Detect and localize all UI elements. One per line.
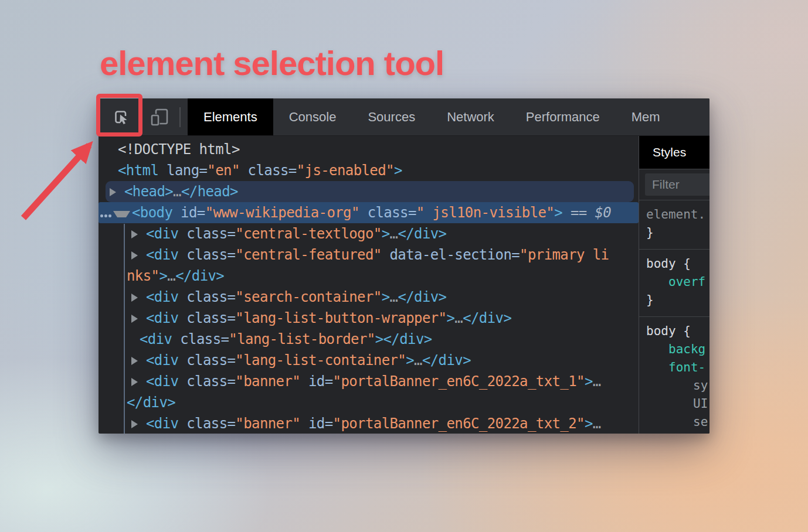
code-token: > [394, 162, 402, 179]
dom-tree-row[interactable]: <div class="banner" id="portalBanner_en6… [99, 371, 639, 392]
tab-sources[interactable]: Sources [352, 98, 431, 135]
expand-arrow-icon[interactable] [131, 420, 144, 428]
devtools-content: <!DOCTYPE html><html lang="en" class="js… [99, 136, 709, 434]
dom-tree-row[interactable]: </div> [99, 392, 639, 413]
style-rule: element.} [639, 200, 709, 250]
expand-arrow-icon[interactable] [131, 315, 144, 323]
code-token: > [406, 352, 414, 369]
code-token: </head> [181, 183, 238, 200]
code-token: "lang-list-border" [229, 331, 375, 347]
styles-tab-bar: Styles [639, 136, 709, 169]
code-token: class= [178, 373, 235, 390]
code-token: <html [118, 162, 158, 179]
dom-tree-row[interactable]: <div class="lang-list-container">…</div> [99, 350, 639, 371]
code-token: > [382, 226, 390, 242]
dom-tree-row[interactable]: <html lang="en" class="js-enabled"> [99, 160, 639, 181]
code-token: … [414, 352, 422, 369]
styles-filter-input[interactable] [645, 173, 709, 196]
code-token: class= [240, 162, 297, 179]
dom-tree-row[interactable]: <div class="banner" id="portalBanner_en6… [99, 413, 639, 434]
code-token: class= [359, 204, 416, 221]
code-token: "js-enabled" [297, 162, 394, 179]
code-token: </div> [398, 226, 446, 242]
code-token: <!DOCTYPE html> [118, 141, 240, 158]
code-token: lang= [158, 162, 207, 179]
code-token: <div [146, 247, 178, 263]
toggle-device-toolbar-button[interactable] [143, 98, 176, 135]
code-token: <div [146, 352, 178, 369]
dom-tree-row[interactable]: <div class="lang-list-border"></div> [99, 329, 639, 350]
code-token: == $0 [562, 204, 611, 221]
code-token: > [446, 310, 454, 326]
expand-arrow-icon[interactable] [131, 230, 144, 238]
code-token: ></div> [375, 331, 432, 347]
dom-tree-row[interactable]: <!DOCTYPE html> [99, 139, 639, 160]
css-value[interactable]: sy [646, 377, 709, 395]
code-token: id= [172, 204, 205, 221]
code-token: </div> [127, 394, 175, 411]
style-rule: body {backgfont-syUIsefont- [639, 317, 709, 434]
css-value[interactable]: se [646, 413, 709, 431]
tab-console[interactable]: Console [273, 98, 352, 135]
tab-network[interactable]: Network [431, 98, 510, 135]
expand-arrow-icon[interactable] [131, 378, 144, 386]
expand-arrow-icon[interactable] [131, 357, 144, 365]
code-token: "lang-list-button-wrapper" [235, 310, 446, 326]
code-token: "search-container" [235, 289, 381, 305]
code-token: <div [146, 415, 178, 432]
code-token: class= [178, 289, 235, 305]
expand-arrow-icon[interactable] [131, 251, 144, 260]
annotation-title: element selection tool [100, 43, 444, 83]
collapse-arrow-icon[interactable] [113, 211, 130, 217]
code-token: <div [146, 310, 178, 326]
code-token: <div [146, 373, 178, 390]
code-token: > [159, 268, 167, 284]
dom-tree-row[interactable]: nks">…</div> [99, 265, 639, 287]
css-property[interactable]: overf [646, 273, 709, 291]
code-token: "banner" [235, 373, 300, 390]
tab-styles[interactable]: Styles [639, 145, 686, 159]
css-property[interactable]: font- [646, 431, 709, 434]
dom-tree-row[interactable]: <div class="central-featured" data-el-se… [99, 244, 639, 265]
code-token: "central-textlogo" [235, 226, 381, 242]
devtools-window: ElementsConsoleSourcesNetworkPerformance… [99, 98, 709, 434]
device-toolbar-icon [150, 108, 169, 127]
code-token: … [390, 226, 398, 242]
code-token: class= [178, 352, 235, 369]
css-property[interactable]: backg [646, 340, 709, 359]
expand-arrow-icon[interactable] [110, 188, 122, 196]
dom-tree-row[interactable]: <div class="central-textlogo">…</div> [99, 223, 639, 244]
style-rule: body {overf} [639, 250, 709, 317]
css-selector[interactable]: } [646, 224, 709, 242]
tab-mem[interactable]: Mem [616, 98, 676, 135]
code-token: class= [178, 415, 235, 432]
code-token: > [585, 373, 593, 390]
code-token: "www-wikipedia-org" [205, 204, 359, 221]
code-token: … [593, 373, 601, 390]
css-selector[interactable]: element. [646, 206, 709, 224]
css-value[interactable]: UI [646, 395, 709, 413]
code-token: … [593, 415, 601, 432]
code-token: </div> [398, 289, 446, 305]
tab-elements[interactable]: Elements [188, 98, 273, 135]
dom-tree-row[interactable]: <div class="search-container">…</div> [99, 287, 639, 308]
expand-arrow-icon[interactable] [131, 294, 144, 302]
tab-performance[interactable]: Performance [510, 98, 616, 135]
dom-tree-row[interactable]: <div class="lang-list-button-wrapper">…<… [99, 308, 639, 329]
code-token: <div [146, 226, 178, 242]
css-selector[interactable]: body { [646, 322, 709, 340]
css-property[interactable]: font- [646, 359, 709, 377]
code-token: id= [300, 415, 332, 432]
css-selector[interactable]: } [646, 291, 709, 309]
code-token: " jsl10n-visible" [416, 204, 554, 221]
code-token: … [454, 310, 463, 326]
code-token: … [167, 268, 175, 284]
annotation-arrow [12, 130, 106, 227]
styles-panel: Styles element.}body {overf}body {backgf… [639, 136, 709, 434]
dom-tree-row[interactable]: <head>…</head> [106, 181, 634, 202]
css-selector[interactable]: body { [646, 255, 709, 273]
code-token: <head> [124, 183, 173, 200]
dom-tree-row[interactable]: <body id="www-wikipedia-org" class=" jsl… [99, 202, 639, 223]
code-token: <div [140, 331, 172, 347]
code-token: "lang-list-container" [235, 352, 406, 369]
